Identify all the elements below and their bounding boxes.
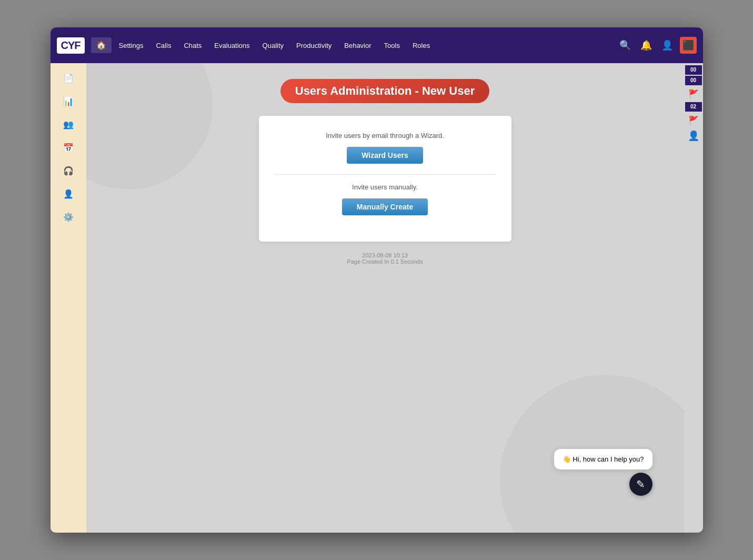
nav-behavior[interactable]: Behavior: [339, 38, 376, 53]
sidebar-calendar-icon[interactable]: 📅: [59, 138, 78, 157]
chat-open-button[interactable]: ✎: [629, 473, 652, 496]
nav-quality[interactable]: Quality: [257, 38, 289, 53]
bell-icon[interactable]: 🔔: [638, 37, 655, 54]
nav-tools[interactable]: Tools: [379, 38, 405, 53]
nav-roles[interactable]: Roles: [407, 38, 435, 53]
nav-calls[interactable]: Calls: [150, 38, 176, 53]
card-divider: [275, 174, 496, 175]
sidebar-headset-icon[interactable]: 🎧: [59, 161, 78, 180]
topbar: CYF 🏠 Settings Calls Chats Evaluations Q…: [51, 27, 703, 63]
nav-productivity[interactable]: Productivity: [291, 38, 337, 53]
count-top-badge: 00: [685, 65, 702, 75]
logout-icon[interactable]: ⬛: [680, 37, 697, 54]
count-bottom-badge: 00: [685, 76, 702, 85]
page-footer: 2023-08-08 10:13 Page Created In 0.1 Sec…: [86, 252, 684, 265]
flag-orange-icon[interactable]: 🚩: [685, 86, 702, 101]
footer-date: 2023-08-08 10:13: [86, 252, 684, 258]
sidebar-users-icon[interactable]: 👥: [59, 115, 78, 134]
wizard-users-button[interactable]: Wizard Users: [347, 147, 423, 164]
wizard-section: Invite users by email through a Wizard. …: [275, 132, 496, 164]
manual-invite-text: Invite users manually.: [275, 183, 496, 191]
footer-created: Page Created In 0.1 Seconds: [86, 258, 684, 265]
sidebar-settings-icon[interactable]: ⚙️: [59, 207, 78, 226]
left-sidebar: 📄 📊 👥 📅 🎧 👤 ⚙️: [51, 63, 86, 533]
right-sidebar: 00 00 🚩 02 🚩 👤: [684, 63, 703, 145]
user-icon[interactable]: 👤: [659, 37, 676, 54]
sidebar-chart-icon[interactable]: 📊: [59, 92, 78, 111]
sidebar-notes-icon[interactable]: 📄: [59, 68, 78, 87]
search-icon[interactable]: 🔍: [617, 37, 634, 54]
flag-gray-icon[interactable]: 🚩: [685, 113, 702, 127]
main-content: Users Administration - New User Invite u…: [86, 63, 684, 533]
new-user-card: Invite users by email through a Wizard. …: [259, 116, 511, 242]
sidebar-agent-icon[interactable]: 👤: [59, 184, 78, 203]
person-icon[interactable]: 👤: [685, 128, 702, 143]
app-logo[interactable]: CYF: [57, 37, 85, 54]
chat-bubble: 👋 Hi, how can I help you?: [554, 449, 652, 469]
manual-section: Invite users manually. Manually Create: [275, 183, 496, 215]
manually-create-button[interactable]: Manually Create: [342, 198, 428, 215]
nav-evaluations[interactable]: Evaluations: [209, 38, 255, 53]
nav-chats[interactable]: Chats: [178, 38, 207, 53]
page-title: Users Administration - New User: [280, 79, 490, 103]
flag-count-badge: 02: [685, 102, 702, 112]
topbar-right: 🔍 🔔 👤 ⬛: [617, 37, 697, 54]
page-title-container: Users Administration - New User: [86, 79, 684, 103]
nav-settings[interactable]: Settings: [114, 38, 149, 53]
home-button[interactable]: 🏠: [91, 37, 112, 53]
wizard-invite-text: Invite users by email through a Wizard.: [275, 132, 496, 139]
